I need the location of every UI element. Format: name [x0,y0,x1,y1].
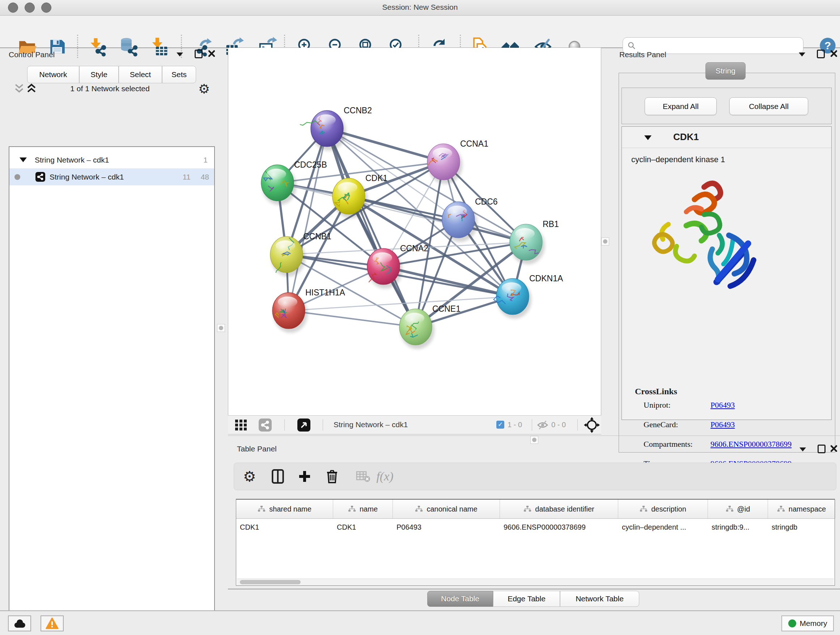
selected-checkbox-icon[interactable]: ✓ [496,421,504,429]
crosslink-label: Uniprot: [644,401,671,409]
node-label-CDKN1A: CDKN1A [529,274,563,283]
table-header-row: shared namenamecanonical namedatabase id… [236,500,835,519]
tab-edge-table[interactable]: Edge Table [493,591,560,607]
table-tabs-divider [228,589,840,589]
panel-float-icon[interactable] [195,50,202,58]
network-node-CCNA2[interactable] [367,249,402,288]
table-cell[interactable]: cyclin–dependent ... [618,523,708,532]
network-status-dot-icon [14,174,20,180]
hidden-items-eye-icon[interactable] [537,420,548,430]
network-options-gear-icon[interactable]: ⚙ [198,81,210,97]
network-collection-row[interactable]: String Network – cdk1 1 [9,151,214,168]
protein-description: cyclin–dependent kinase 1 [631,155,725,165]
title-bar: Session: New Session [0,0,840,16]
table-cell[interactable]: stringdb:9... [708,523,768,532]
panel-float-icon[interactable] [817,50,825,58]
network-edge-HIST1H1A-CCNE1[interactable] [289,310,416,327]
column-header-id[interactable]: @id [708,500,768,518]
fit-selected-crosshair-icon[interactable] [584,417,600,433]
memory-status-dot-icon [788,619,796,627]
section-disclosure-icon[interactable] [644,135,652,140]
crosslink-link[interactable]: P06493 [711,420,735,429]
panel-close-icon[interactable] [208,50,216,57]
show-columns-icon[interactable] [269,468,286,485]
tab-node-table[interactable]: Node Table [427,591,493,607]
network-node-CCNE1[interactable] [399,309,434,349]
network-node-RB1[interactable] [510,224,545,264]
tab-select[interactable]: Select [118,66,162,83]
network-tree: String Network – cdk1 1 String Network –… [9,146,215,635]
table-cell[interactable]: 9606.ENSP00000378699 [500,523,618,532]
table-cell[interactable]: CDK1 [236,523,333,532]
column-header-sharedname[interactable]: shared name [236,500,333,518]
warnings-button[interactable] [41,616,64,631]
node-label-HIST1H1A: HIST1H1A [305,288,346,297]
table-cell[interactable]: P06493 [393,523,500,532]
warning-icon [45,617,59,630]
toolbar-separator [284,419,285,431]
table-row[interactable]: CDK1CDK1P064939606.ENSP00000378699cyclin… [236,519,835,535]
left-splitter-handle[interactable] [217,324,225,332]
tab-network[interactable]: Network [27,66,79,83]
horizontal-scrollbar[interactable] [237,578,834,585]
scrollbar-thumb[interactable] [240,580,301,584]
memory-button[interactable]: Memory [782,616,834,631]
crosslink-row: Uniprot:P06493 [644,401,671,410]
panel-menu-icon[interactable] [799,52,805,57]
table-panel-title: Table Panel [237,445,277,453]
network-row-selected[interactable]: String Network – cdk1 11 48 [9,168,214,185]
column-header-description[interactable]: description [618,500,708,518]
table-settings-gear-icon[interactable]: ⚙ [241,468,258,485]
column-header-namespace[interactable]: namespace [768,500,835,518]
node-label-CDK1: CDK1 [365,173,387,183]
crosslinks-title: CrossLinks [635,386,677,396]
column-header-name[interactable]: name [333,500,393,518]
network-node-CDC25B[interactable] [261,165,296,205]
main-toolbar: ? [0,16,840,48]
memory-label: Memory [800,619,827,628]
network-node-CDC6[interactable] [442,202,477,242]
network-canvas[interactable]: CCNB2CCNA1CDC25BCDK1CDC6RB1CCNB1CCNA2CDK… [228,48,601,415]
network-node-CCNA1[interactable] [427,144,462,184]
add-column-icon[interactable] [296,468,313,485]
column-header-databaseidentifier[interactable]: database identifier [500,500,618,518]
string-style-icon[interactable] [259,418,272,432]
birdseye-grid-icon[interactable] [234,419,248,431]
toolbar-separator [323,419,323,431]
panel-close-icon[interactable] [830,445,838,453]
toolbar-separator [577,419,578,431]
table-cell[interactable]: stringdb [768,523,835,532]
expand-all-button[interactable]: Expand All [645,97,717,115]
column-header-canonicalname[interactable]: canonical name [393,500,500,518]
open-in-window-icon[interactable] [297,418,310,432]
network-node-CDK1[interactable] [332,178,368,218]
table-cell[interactable]: CDK1 [333,523,393,532]
status-bar [0,610,840,635]
tab-style[interactable]: Style [79,66,118,83]
cloud-status-button[interactable] [8,616,31,631]
crosslink-link[interactable]: P06493 [711,401,735,410]
function-builder-icon-disabled: f(x) [376,468,393,485]
disclosure-triangle-icon[interactable] [19,157,27,162]
delete-column-trash-icon[interactable] [324,468,341,485]
crosslink-row: GeneCard:P06493 [644,420,678,429]
toolbar-separator [532,419,532,431]
tab-network-table[interactable]: Network Table [560,591,639,607]
right-splitter-handle[interactable] [601,238,609,245]
panel-menu-icon[interactable] [177,52,183,57]
node-label-CDC25B: CDC25B [294,160,327,169]
tab-string[interactable]: String [706,62,745,80]
network-node-CCNB2[interactable] [300,111,346,150]
node-label-CCNA1: CCNA1 [460,139,488,149]
network-node-HIST1H1A[interactable] [272,293,308,333]
panel-close-icon[interactable] [830,50,838,57]
panel-float-icon[interactable] [818,445,826,453]
network-graph[interactable]: CCNB2CCNA1CDC25BCDK1CDC6RB1CCNB1CCNA2CDK… [228,48,601,415]
results-panel: Results Panel String Expand All Collapse… [615,48,840,436]
collapse-all-button[interactable]: Collapse All [729,97,808,115]
protein-section: CDK1 cyclin–dependent kinase 1 CrossLink… [622,126,832,420]
panel-menu-icon[interactable] [799,448,806,451]
protein-structure-image [636,172,777,310]
tab-sets[interactable]: Sets [162,66,196,83]
network-edge-CCNB2-HIST1H1A[interactable] [289,128,327,310]
